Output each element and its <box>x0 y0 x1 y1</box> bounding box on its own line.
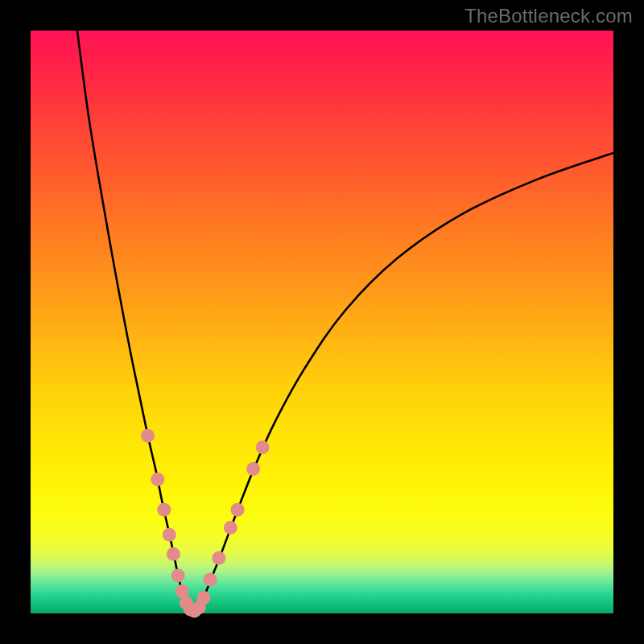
data-marker <box>212 551 225 565</box>
data-marker <box>163 528 176 542</box>
data-marker <box>246 462 260 476</box>
data-marker <box>167 547 180 561</box>
chart-frame: TheBottleneck.com <box>0 0 644 644</box>
watermark-text: TheBottleneck.com <box>464 5 633 27</box>
right-curve <box>196 153 613 610</box>
plot-area <box>31 31 613 613</box>
data-marker <box>231 503 245 517</box>
data-marker <box>175 584 189 598</box>
data-marker <box>151 473 164 486</box>
data-marker <box>157 503 171 517</box>
data-marker <box>141 429 155 443</box>
curves-svg <box>31 31 613 613</box>
data-marker <box>256 440 270 454</box>
data-marker <box>171 568 185 582</box>
data-marker <box>197 591 211 605</box>
data-marker <box>203 573 217 587</box>
data-marker <box>224 521 237 535</box>
left-curve <box>77 31 192 610</box>
